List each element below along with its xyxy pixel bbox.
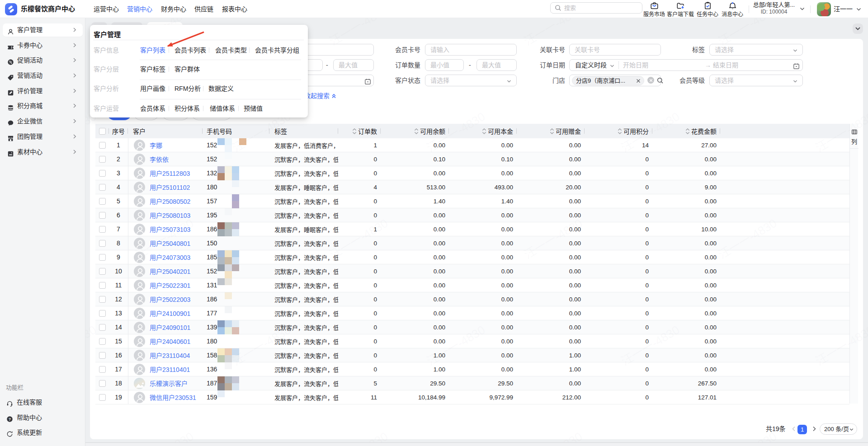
svg-text:?: ? [9,417,11,422]
